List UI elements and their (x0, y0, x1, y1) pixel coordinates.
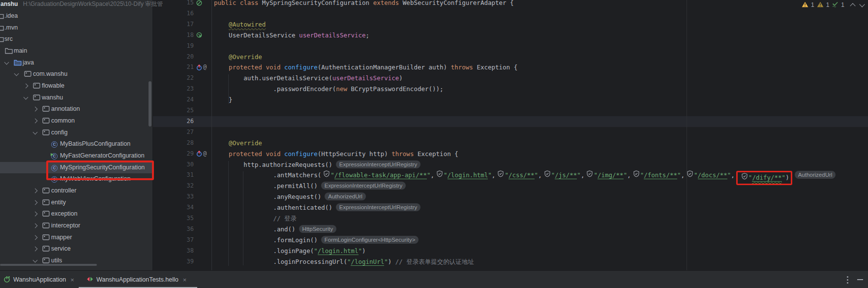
code-line-32[interactable]: 32 .permitAll()ExpressionInterceptUrlReg… (153, 181, 868, 192)
code-line-30[interactable]: 30 http.authorizeRequests()ExpressionInt… (153, 160, 868, 170)
line-number[interactable]: 30 (153, 160, 194, 170)
tree-horizontal-scrollbar[interactable] (0, 264, 97, 266)
line-number[interactable]: 36 (153, 224, 194, 235)
previous-problem-icon[interactable] (850, 3, 855, 8)
line-number[interactable]: 32 (153, 181, 194, 192)
line-number[interactable]: 27 (153, 127, 194, 138)
code-line-24[interactable]: 24 } (153, 95, 868, 105)
close-icon[interactable]: × (183, 276, 187, 284)
chevron-down-icon[interactable] (33, 129, 38, 134)
tree-item-com-wanshu[interactable]: com.wanshu (0, 68, 152, 80)
tab-wanshu-application[interactable]: WanshuApplication × (0, 271, 79, 288)
spring-bean-icon[interactable] (196, 0, 202, 6)
code-line-23[interactable]: 23 .passwordEncoder(new BCryptPasswordEn… (153, 84, 868, 95)
code-editor[interactable]: 15public class MySpringSecurityConfigura… (153, 0, 868, 270)
chevron-right-icon[interactable] (33, 188, 38, 193)
tree-item--idea[interactable]: .idea (0, 10, 152, 22)
line-number[interactable]: 22 (153, 73, 194, 84)
code-line-38[interactable]: 38 .loginPage("/login.html") (153, 246, 868, 256)
line-number[interactable]: 33 (153, 192, 194, 202)
inspections-widget[interactable]: 1 1 1 (802, 0, 864, 9)
tree-item--mvn[interactable]: .mvn (0, 22, 152, 34)
typo-check-icon[interactable] (832, 0, 838, 9)
code-line-17[interactable]: 17 @Autowired (153, 19, 868, 30)
tree-item-controller[interactable]: controller (0, 185, 152, 197)
code-line-31[interactable]: 31 .antMatchers("/flowable-task/app-api/… (153, 170, 868, 181)
line-number[interactable]: 39 (153, 256, 194, 267)
code-line-27[interactable]: 27 (153, 127, 868, 138)
code-line-21[interactable]: 21@ protected void configure(Authenticat… (153, 62, 868, 73)
code-line-37[interactable]: 37 .formLogin()FormLoginConfigurer<HttpS… (153, 235, 868, 246)
line-number[interactable]: 23 (153, 84, 194, 95)
line-number[interactable]: 16 (153, 8, 194, 19)
tree-item-exception[interactable]: exception (0, 208, 152, 220)
next-problem-icon[interactable] (859, 1, 865, 7)
tree-vertical-scrollbar[interactable] (149, 81, 151, 127)
line-number[interactable]: 20 (153, 52, 194, 63)
line-number[interactable]: 28 (153, 138, 194, 149)
tree-item-config[interactable]: config (0, 127, 152, 139)
override-method-icon[interactable] (196, 64, 202, 71)
code-line-25[interactable]: 25 (153, 105, 868, 116)
code-line-28[interactable]: 28 @Override (153, 138, 868, 149)
tree-item-wanshu[interactable]: wanshu (0, 92, 152, 104)
line-number[interactable]: 24 (153, 95, 194, 105)
chevron-right-icon[interactable] (33, 223, 38, 228)
chevron-right-icon[interactable] (33, 247, 38, 252)
chevron-down-icon[interactable] (24, 95, 29, 99)
chevron-down-icon[interactable] (4, 60, 9, 64)
tree-item-entity[interactable]: entity (0, 197, 152, 209)
code-line-26[interactable]: 26 (153, 116, 868, 127)
code-line-34[interactable]: 34 .authenticated()ExpressionInterceptUr… (153, 202, 868, 213)
line-number[interactable]: 37 (153, 235, 194, 246)
line-number[interactable]: 34 (153, 202, 194, 213)
line-number[interactable]: 29 (153, 149, 194, 160)
warning-weak-icon[interactable] (817, 0, 824, 9)
tree-item-common[interactable]: common (0, 115, 152, 127)
line-number[interactable]: 38 (153, 246, 194, 256)
override-method-icon[interactable] (196, 151, 202, 157)
more-vertical-icon[interactable] (847, 279, 848, 281)
tree-item-interceptor[interactable]: interceptor (0, 220, 152, 232)
line-number[interactable]: 18 (153, 30, 194, 41)
code-line-22[interactable]: 22 auth.userDetailsService(userDetailsSe… (153, 73, 868, 84)
code-line-19[interactable]: 19 (153, 41, 868, 52)
line-number[interactable]: 26 (153, 116, 194, 127)
code-line-33[interactable]: 33 .anyRequest()AuthorizedUrl (153, 192, 868, 202)
tree-item-flowable[interactable]: flowable (0, 80, 152, 92)
chevron-right-icon[interactable] (33, 235, 38, 240)
tree-item-mybatisplusconfiguration[interactable]: CMyBatisPlusConfiguration (0, 138, 152, 150)
chevron-right-icon[interactable] (33, 212, 38, 217)
gutter-icons[interactable] (196, 30, 203, 41)
close-icon[interactable]: × (70, 276, 74, 284)
tab-wanshu-application-tests[interactable]: WanshuApplicationTests.hello × (79, 271, 207, 288)
code-line-20[interactable]: 20 @Override (153, 52, 868, 63)
warning-strong-icon[interactable] (802, 0, 808, 9)
tree-item-mapper[interactable]: mapper (0, 232, 152, 244)
line-number[interactable]: 21 (153, 62, 194, 73)
gutter-icons[interactable] (196, 0, 202, 8)
chevron-down-icon[interactable] (33, 257, 38, 262)
gutter-icons[interactable]: @ (196, 62, 207, 73)
code-line-39[interactable]: 39 .loginProcessingUrl("/loginUrl") // 登… (153, 256, 868, 267)
chevron-right-icon[interactable] (24, 84, 29, 89)
gutter-icons[interactable]: @ (196, 149, 207, 160)
hide-toolbar-icon[interactable] (857, 279, 863, 280)
code-line-29[interactable]: 29@ protected void configure(HttpSecurit… (153, 149, 868, 160)
line-number[interactable]: 25 (153, 105, 194, 116)
code-line-15[interactable]: 15public class MySpringSecurityConfigura… (153, 0, 868, 8)
chevron-right-icon[interactable] (33, 107, 38, 112)
tree-item-annotation[interactable]: annotation (0, 103, 152, 115)
chevron-right-icon[interactable] (33, 118, 38, 123)
chevron-down-icon[interactable] (14, 71, 19, 76)
line-number[interactable]: 35 (153, 213, 194, 224)
code-line-16[interactable]: 16 (153, 8, 868, 19)
tree-item-main[interactable]: main (0, 45, 152, 57)
line-number[interactable]: 17 (153, 19, 194, 30)
tree-item-java[interactable]: java (0, 57, 152, 69)
tree-item-src[interactable]: src (0, 33, 152, 45)
code-line-18[interactable]: 18 UserDetailsService userDetailsService… (153, 30, 868, 41)
chevron-right-icon[interactable] (33, 200, 38, 205)
code-line-36[interactable]: 36 .and()HttpSecurity (153, 224, 868, 235)
code-line-35[interactable]: 35 // 登录 (153, 213, 868, 224)
